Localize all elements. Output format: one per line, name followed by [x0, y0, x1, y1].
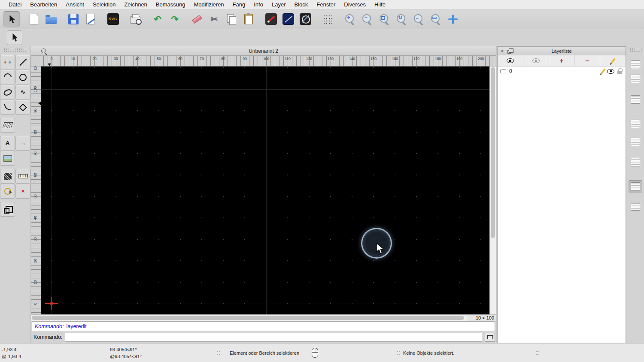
paste-button[interactable] [240, 11, 257, 27]
layer-panel-header[interactable]: × Layerliste [498, 47, 626, 55]
measure-button[interactable] [15, 169, 30, 184]
dock-icon-4-button[interactable] [629, 118, 642, 130]
command-input[interactable] [65, 333, 482, 342]
menu-block[interactable]: Block [290, 1, 312, 8]
snap-clear-icon: × [17, 186, 29, 197]
select-tool-button[interactable] [7, 30, 22, 45]
vertical-ruler: 1101009080706050403020100 [31, 66, 41, 314]
command-dock-button[interactable] [485, 333, 495, 342]
layer-lock-icon[interactable] [617, 71, 622, 74]
show-all-layers-button[interactable] [498, 55, 523, 66]
pen-attributes-button[interactable] [263, 11, 279, 27]
cut-button[interactable]: ✂ [206, 11, 222, 27]
insert-image-button[interactable] [0, 151, 15, 166]
draw-point-button[interactable]: + + [0, 55, 15, 69]
menu-info[interactable]: Info [249, 1, 267, 8]
layer-edit-icon[interactable] [601, 68, 606, 74]
dock-icon-8-button[interactable] [629, 200, 642, 213]
grid-toggle-button[interactable] [319, 11, 336, 27]
v-ruler-label: 90 [33, 107, 37, 115]
vertical-scrollbar-thumb[interactable] [491, 67, 495, 238]
menu-datei[interactable]: Datei [4, 1, 26, 8]
draw-polyline-button[interactable] [0, 100, 15, 115]
menu-layer[interactable]: Layer [267, 1, 290, 8]
grid-status: 10 < 100 [467, 315, 496, 321]
open-file-button[interactable] [43, 11, 59, 27]
modify-layer-button[interactable] [600, 55, 626, 66]
export-svg-button[interactable]: SVG [105, 11, 121, 27]
redo-button[interactable]: ↷ [167, 11, 183, 27]
dock-icon-1-button[interactable] [629, 58, 642, 71]
h-ruler-label: 100 [263, 57, 269, 61]
dock-drag-handle[interactable] [629, 48, 641, 53]
draw-spline-button[interactable]: ∿ [15, 85, 30, 100]
draw-ellipse-button[interactable] [0, 85, 15, 100]
draw-line-icon [19, 58, 27, 66]
new-document-button[interactable] [26, 11, 42, 27]
hide-all-layers-button[interactable] [523, 55, 549, 66]
layer-panel-title: Layerliste [498, 48, 626, 54]
float-panel-icon[interactable] [507, 50, 511, 54]
menu-fenster[interactable]: Fenster [312, 1, 340, 8]
vertical-scrollbar[interactable] [489, 66, 496, 314]
draw-arc-button[interactable] [0, 70, 15, 84]
add-layer-button[interactable]: + [549, 55, 575, 66]
document-titlebar[interactable]: Unbenannt 2 [31, 46, 496, 56]
horizontal-scrollbar[interactable] [31, 315, 467, 321]
draw-polyline-icon [4, 104, 11, 110]
print-preview-button[interactable] [127, 11, 143, 27]
zoom-in-button[interactable]: + [342, 11, 358, 27]
zoom-redraw-button[interactable]: ↻ [393, 11, 410, 27]
zoom-previous-button[interactable]: ← [410, 11, 427, 27]
draw-text-button[interactable]: A [0, 136, 15, 151]
draw-circle-button[interactable] [15, 70, 30, 84]
zoom-window-button[interactable]: ▭ [428, 11, 444, 27]
selection-status: Keine Objekte selektiert. [400, 350, 454, 356]
palette-drag-handle[interactable] [3, 48, 27, 53]
menu-hilfe[interactable]: Hilfe [370, 1, 390, 8]
h-ruler-label: 170 [413, 57, 419, 61]
draw-hatch-button[interactable] [0, 118, 15, 133]
grid-metaline [41, 89, 489, 90]
copy-button[interactable] [223, 11, 240, 27]
dock-icon-6-button[interactable] [629, 156, 642, 169]
menu-selektion[interactable]: Selektion [88, 1, 120, 8]
zoom-auto-button[interactable]: ◻ [376, 11, 392, 27]
menu-bemassung[interactable]: Bemassung [152, 1, 190, 8]
dimension-icon: ↔ [17, 138, 29, 149]
undo-button[interactable]: ↶ [149, 11, 166, 27]
delete-eraser-button[interactable] [189, 11, 205, 27]
dock-icon-3-button[interactable] [629, 93, 642, 106]
close-panel-icon[interactable]: × [500, 48, 505, 54]
dock-icon-7-button[interactable] [629, 180, 642, 193]
menu-zeichnen[interactable]: Zeichnen [120, 1, 151, 8]
select-arrow-button[interactable] [3, 11, 20, 27]
menu-bearbeiten[interactable]: Bearbeiten [26, 1, 61, 8]
view-isometric-button[interactable] [0, 202, 15, 217]
dock-icon-5-button[interactable] [629, 136, 642, 148]
menu-fang[interactable]: Fang [228, 1, 250, 8]
dimension-button[interactable]: ↔ [15, 136, 30, 151]
layer-row[interactable]: 0 [498, 66, 626, 76]
drawing-canvas[interactable] [41, 66, 489, 314]
dock-icon-7 [631, 182, 640, 191]
edit-hatch-button[interactable] [0, 169, 15, 184]
line-attributes-button[interactable] [280, 11, 296, 27]
modify-order-button[interactable] [0, 184, 15, 199]
menu-ansicht[interactable]: Ansicht [61, 1, 88, 8]
menu-modifizieren[interactable]: Modifizieren [190, 1, 228, 8]
horizontal-scrollbar-thumb[interactable] [32, 316, 464, 320]
layer-visible-icon[interactable] [607, 69, 614, 74]
snap-clear-button[interactable]: × [15, 184, 30, 199]
draw-order-button[interactable] [297, 11, 313, 27]
dock-icon-2-button[interactable] [629, 72, 642, 85]
new-document-icon [30, 14, 38, 24]
draw-polygon-button[interactable] [15, 100, 30, 115]
save-as-button[interactable] [82, 11, 99, 27]
zoom-pan-button[interactable] [445, 11, 461, 27]
menu-diverses[interactable]: Diverses [340, 1, 370, 8]
draw-line-button[interactable] [15, 55, 30, 69]
zoom-out-button[interactable]: − [359, 11, 375, 27]
save-button[interactable] [65, 11, 82, 27]
remove-layer-button[interactable]: − [574, 55, 600, 66]
